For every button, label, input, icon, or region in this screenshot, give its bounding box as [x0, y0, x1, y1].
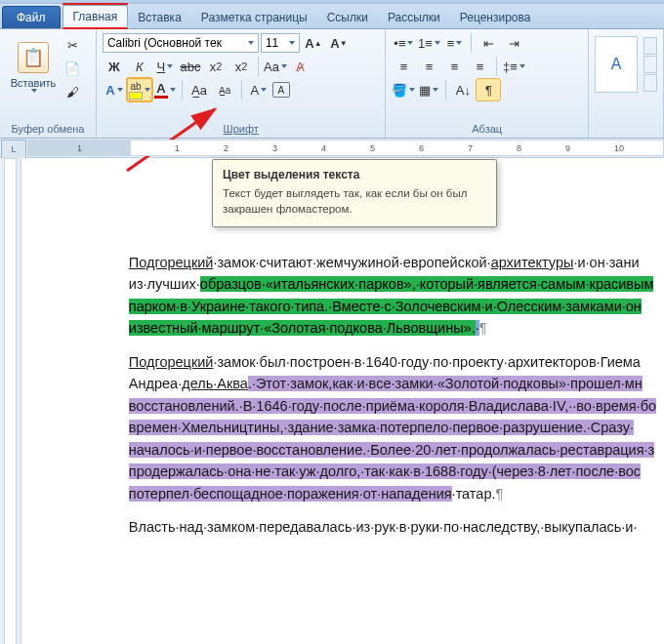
line-spacing-button[interactable]: ‡≡	[502, 56, 525, 77]
tab-file[interactable]: Файл	[2, 6, 61, 28]
group-paragraph: •≡ 1≡ ≡ ⇤ ⇥ ≡ ≡ ≡ ≡ ‡≡ 🪣 ▦ A↓ ¶	[386, 29, 589, 138]
tab-references[interactable]: Ссылки	[317, 7, 378, 28]
font-name-value: Calibri (Основной тек	[107, 36, 222, 50]
styles-more[interactable]	[643, 74, 657, 92]
strike-button[interactable]: abc	[179, 56, 202, 77]
font-name-combo[interactable]: Calibri (Основной тек	[103, 33, 259, 53]
decrease-indent-button[interactable]: ⇤	[477, 32, 500, 54]
tab-review[interactable]: Рецензирова	[450, 7, 541, 28]
numbering-button[interactable]: 1≡	[417, 32, 440, 54]
tab-insert[interactable]: Вставка	[128, 7, 191, 28]
group-paragraph-label: Абзац	[392, 121, 582, 138]
paste-icon: 📋	[18, 42, 49, 73]
cut-button[interactable]: ✂	[61, 34, 84, 56]
align-right-button[interactable]: ≡	[442, 56, 466, 77]
paste-button[interactable]: 📋 Вставить	[6, 32, 61, 102]
text-effects-button[interactable]: A	[103, 79, 126, 101]
grow-font-button[interactable]: A▲	[302, 32, 325, 54]
group-font: Calibri (Основной тек 11 A▲ A▼ Ж К Ч abc…	[97, 29, 386, 138]
clear-format-button[interactable]: A̷	[289, 56, 312, 77]
text-highlight-button[interactable]: ab	[128, 79, 151, 101]
tab-mailings[interactable]: Рассылки	[378, 7, 450, 28]
underline-button[interactable]: Ч	[153, 56, 177, 77]
ribbon: 📋 Вставить ✂ 📄 🖌 Буфер обмена Calibri (О…	[0, 29, 664, 139]
justify-button[interactable]: ≡	[468, 56, 491, 77]
paste-label: Вставить	[11, 77, 57, 89]
sort-button[interactable]: A↓	[451, 79, 475, 101]
char-scale-button[interactable]: A̲a	[187, 79, 211, 101]
tab-home[interactable]: Главная	[62, 5, 129, 29]
char-style-button[interactable]: A	[247, 79, 270, 101]
format-painter-button[interactable]: 🖌	[61, 81, 84, 102]
group-font-label: Шрифт	[103, 121, 379, 138]
shading-button[interactable]: 🪣	[392, 79, 415, 101]
show-marks-button[interactable]: ¶	[477, 79, 500, 101]
styles-down[interactable]	[643, 56, 657, 73]
tab-layout[interactable]: Разметка страницы	[191, 7, 317, 28]
ribbon-tabs: Файл Главная Вставка Разметка страницы С…	[0, 4, 664, 29]
horizontal-ruler: L 1 1 2 3 4 5 6 7 8 9 10	[0, 139, 664, 158]
shrink-font-button[interactable]: A▼	[327, 32, 351, 54]
font-size-combo[interactable]: 11	[261, 33, 300, 53]
char-border-button[interactable]: A	[272, 82, 290, 98]
para-2[interactable]: Подгорецкий·замок·был·построен·в·1640·го…	[129, 351, 656, 504]
increase-indent-button[interactable]: ⇥	[502, 32, 525, 54]
align-center-button[interactable]: ≡	[417, 56, 440, 77]
multilevel-button[interactable]: ≡	[442, 32, 466, 54]
group-clipboard-label: Буфер обмена	[6, 121, 90, 138]
tab-selector[interactable]: L	[1, 140, 26, 159]
tooltip-highlight-color: Цвет выделения текста Текст будет выгляд…	[212, 159, 497, 227]
style-thumb[interactable]: A	[595, 36, 638, 93]
ruler-scale[interactable]: 1 1 2 3 4 5 6 7 8 9 10	[27, 140, 664, 156]
superscript-button[interactable]: x2	[229, 56, 253, 77]
align-left-button[interactable]: ≡	[392, 56, 415, 77]
tooltip-body: Текст будет выглядеть так, как если бы о…	[223, 186, 486, 217]
font-color-button[interactable]: A	[153, 79, 177, 101]
borders-button[interactable]: ▦	[417, 79, 440, 101]
styles-up[interactable]	[643, 37, 657, 55]
group-clipboard: 📋 Вставить ✂ 📄 🖌 Буфер обмена	[0, 29, 97, 138]
subscript-button[interactable]: x2	[204, 56, 228, 77]
document-page[interactable]: Подгорецкий·замок·считают·жемчужиной·евр…	[21, 158, 664, 644]
tooltip-title: Цвет выделения текста	[223, 168, 486, 181]
bullets-button[interactable]: •≡	[392, 32, 415, 54]
para-1[interactable]: Подгорецкий·замок·считают·жемчужиной·евр…	[129, 252, 656, 340]
font-size-value: 11	[266, 36, 278, 50]
para-3[interactable]: Власть·над·замком·передавалась·из·рук·в·…	[129, 516, 656, 538]
bold-button[interactable]: Ж	[103, 56, 126, 77]
char-shrink-button[interactable]: A̲a	[213, 79, 236, 101]
change-case-button[interactable]: Aa	[264, 56, 287, 77]
vertical-ruler[interactable]	[0, 158, 21, 644]
group-styles: A	[589, 29, 664, 138]
copy-button[interactable]: 📄	[61, 58, 84, 79]
italic-button[interactable]: К	[128, 56, 151, 77]
